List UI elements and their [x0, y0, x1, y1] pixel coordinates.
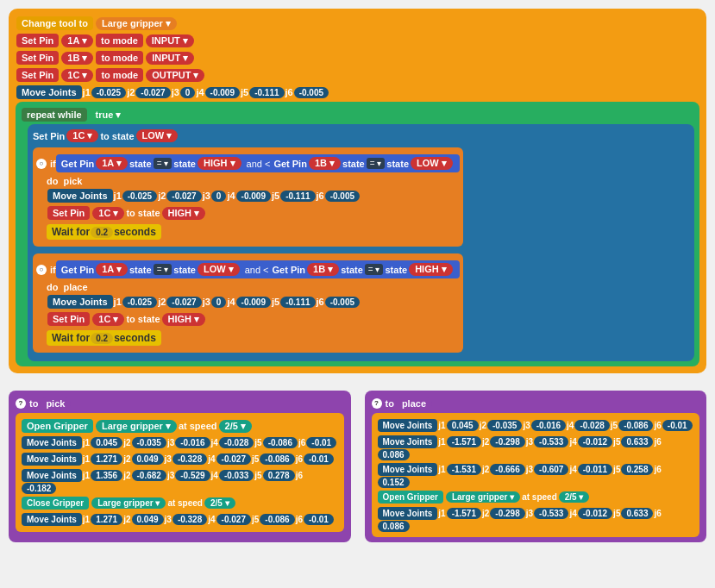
to-mode-1c: to mode — [96, 68, 143, 82]
j1-val[interactable]: -0.025 — [91, 87, 126, 98]
do-wrapper: Set Pin 1C ▾ to state LOW ▾ ○ if Get Pin… — [28, 124, 694, 361]
if1-and-text: and < — [247, 159, 271, 169]
set-pin-1c-row: Set Pin 1C ▾ to mode OUTPUT ▾ — [16, 67, 699, 83]
place-speed[interactable]: 2/5 ▾ — [559, 491, 590, 503]
if2-sp-1c[interactable]: 1C ▾ — [92, 313, 124, 326]
if2-wait-row: Wait for 0.2 seconds — [47, 328, 460, 347]
place-mj3: Move Joints j1 -1.531 j2 -0.666 j3 -0.60… — [377, 462, 695, 488]
j3-val[interactable]: 0 — [180, 87, 196, 98]
if1-sp-high[interactable]: HIGH ▾ — [162, 207, 206, 220]
bottom-card-pick: ? to pick Open Gripper Large gripper ▾ a… — [9, 391, 351, 542]
if1-condition-bar: Get Pin 1A ▾ state = ▾ state HIGH ▾ and … — [56, 154, 460, 172]
move-joints-main-row: Move Joints j1 -0.025 j2 -0.027 j3 0 j4 … — [16, 84, 699, 100]
change-tool-row: Change tool to Large gripper ▾ — [16, 16, 699, 31]
close-gripper-block[interactable]: Close Gripper — [22, 497, 89, 510]
set-pin-1b-block[interactable]: Set Pin — [16, 51, 59, 65]
place-title-row: ? to place — [372, 397, 700, 410]
do-setpin-row: Set Pin 1C ▾ to state LOW ▾ — [33, 129, 689, 142]
if2-move-joints: Move Joints j1 -0.025 j2 -0.027 j3 0 j4 … — [47, 294, 460, 310]
do-state-low[interactable]: LOW ▾ — [136, 129, 179, 142]
pin-1a-pill[interactable]: 1A ▾ — [61, 34, 93, 47]
set-pin-1c-block[interactable]: Set Pin — [16, 68, 59, 82]
large-gripper-pill[interactable]: Large gripper ▾ — [96, 17, 177, 30]
mode-output-1c[interactable]: OUTPUT ▾ — [146, 69, 204, 82]
open-gripper-block[interactable]: Open Gripper — [22, 419, 93, 433]
if2-setpin-high: Set Pin 1C ▾ to state HIGH ▾ — [47, 311, 460, 327]
if2-icon: ○ — [36, 265, 47, 275]
pick-gripper-type[interactable]: Large gripper ▾ — [96, 420, 177, 433]
to-mode-1a: to mode — [96, 34, 143, 47]
set-pin-1a-block[interactable]: Set Pin — [16, 34, 59, 47]
place-open-gripper-block[interactable]: Open Gripper — [378, 491, 443, 504]
if1-wait-block[interactable]: Wait for 0.2 seconds — [47, 224, 161, 240]
pick-title-row: ? to pick — [16, 397, 344, 410]
if2-state-low[interactable]: LOW ▾ — [198, 263, 240, 276]
if2-do-section: do place Move Joints j1 -0.025 j2 -0.027… — [47, 282, 460, 347]
if2-state-high[interactable]: HIGH ▾ — [409, 263, 453, 276]
if2-condition-bar: Get Pin 1A ▾ state = ▾ state LOW ▾ and <… — [56, 260, 460, 278]
set-pin-1a-row: Set Pin 1A ▾ to mode INPUT ▾ — [16, 33, 699, 48]
do-pin-1c[interactable]: 1C ▾ — [66, 129, 98, 142]
if1-eq2[interactable]: = ▾ — [367, 158, 386, 169]
if1-container: ○ if Get Pin 1A ▾ state = ▾ state HIGH ▾… — [33, 147, 463, 247]
while-value-pill[interactable]: true ▾ — [90, 109, 128, 122]
change-tool-block[interactable]: Change tool to — [16, 16, 93, 30]
if1-mj-block[interactable]: Move Joints — [47, 189, 113, 203]
pin-1c-pill[interactable]: 1C ▾ — [61, 69, 93, 82]
if2-sp-block[interactable]: Set Pin — [47, 312, 90, 326]
to-mode-1b: to mode — [96, 51, 143, 65]
main-wrapper: Change tool to Large gripper ▾ Set Pin 1… — [9, 9, 706, 373]
pick-mj2: Move Joints j1 1.271 j2 0.049 j3 -0.328 … — [21, 452, 339, 466]
mode-input-1a[interactable]: INPUT ▾ — [146, 34, 194, 47]
j5-val[interactable]: -0.111 — [249, 87, 284, 98]
if1-sp-block[interactable]: Set Pin — [47, 206, 90, 220]
pin-1b-pill[interactable]: 1B ▾ — [61, 52, 93, 65]
if2-eq2[interactable]: = ▾ — [365, 264, 384, 275]
place-gripper-type[interactable]: Large gripper ▾ — [446, 491, 520, 503]
if1-move-joints: Move Joints j1 -0.025 j2 -0.027 j3 0 j4 … — [47, 188, 460, 203]
get-pin-label1: Get Pin — [61, 159, 95, 169]
place-question-icon: ? — [372, 398, 382, 409]
move-joints-main[interactable]: Move Joints — [16, 85, 82, 99]
repeat-while-block[interactable]: repeat while — [22, 108, 87, 122]
if1-header: ○ if Get Pin 1A ▾ state = ▾ state HIGH ▾… — [36, 153, 460, 174]
if1-pin1b[interactable]: 1B ▾ — [309, 157, 341, 170]
if2-mj-block[interactable]: Move Joints — [47, 295, 113, 309]
if2-wait-block[interactable]: Wait for 0.2 seconds — [47, 330, 161, 346]
repeat-while-wrapper: repeat while true ▾ Set Pin 1C ▾ to stat… — [16, 102, 699, 366]
if1-wait-row: Wait for 0.2 seconds — [47, 222, 460, 241]
close-speed[interactable]: 2/5 ▾ — [204, 497, 235, 509]
if1-do-label: do pick — [47, 176, 460, 186]
repeat-while-row: repeat while true ▾ — [21, 107, 694, 122]
place-open-gripper-row: Open Gripper Large gripper ▾ at speed 2/… — [377, 490, 695, 504]
if1-icon: ○ — [36, 159, 47, 169]
if2-eq1[interactable]: = ▾ — [154, 264, 172, 275]
place-mj4: Move Joints j1 -1.571 j2 -0.298 j3 -0.53… — [377, 506, 695, 532]
j2-val[interactable]: -0.027 — [135, 87, 170, 98]
if1-state-low[interactable]: LOW ▾ — [411, 157, 453, 170]
if1-pin1a[interactable]: 1A ▾ — [96, 157, 128, 170]
if2-sp-high[interactable]: HIGH ▾ — [162, 313, 206, 326]
if1-eq1[interactable]: = ▾ — [154, 158, 172, 169]
if2-do-label: do place — [47, 282, 460, 292]
close-gripper-type[interactable]: Large gripper ▾ — [91, 497, 166, 509]
set-pin-1b-row: Set Pin 1B ▾ to mode INPUT ▾ — [16, 50, 699, 66]
pick-label-pill[interactable]: pick — [40, 397, 71, 410]
pick-mj1: Move Joints j1 0.045 j2 -0.035 j3 -0.016… — [21, 435, 339, 450]
j6-val[interactable]: -0.005 — [294, 87, 329, 98]
j4-val[interactable]: -0.009 — [205, 87, 240, 98]
place-mj1: Move Joints j1 0.045 j2 -0.035 j3 -0.016… — [377, 418, 695, 433]
pick-speed[interactable]: 2/5 ▾ — [219, 420, 252, 433]
place-label-pill[interactable]: place — [396, 397, 432, 410]
mode-input-1b[interactable]: INPUT ▾ — [146, 52, 194, 65]
if1-sp-1c[interactable]: 1C ▾ — [92, 207, 124, 220]
pick-question-icon: ? — [16, 398, 26, 409]
open-gripper-row: Open Gripper Large gripper ▾ at speed 2/… — [21, 418, 339, 434]
if1-do-section: do pick Move Joints j1 -0.025 j2 -0.027 … — [47, 176, 460, 241]
if1-state-high[interactable]: HIGH ▾ — [198, 157, 241, 170]
pick-mj4: Move Joints j1 1.271 j2 0.049 j3 -0.328 … — [21, 512, 339, 527]
bottom-card-place: ? to place Move Joints j1 0.045 j2 -0.03… — [365, 391, 707, 542]
if2-pin1b[interactable]: 1B ▾ — [307, 263, 339, 276]
if2-header: ○ if Get Pin 1A ▾ state = ▾ state LOW ▾ … — [36, 259, 460, 280]
if2-pin1a[interactable]: 1A ▾ — [96, 263, 128, 276]
